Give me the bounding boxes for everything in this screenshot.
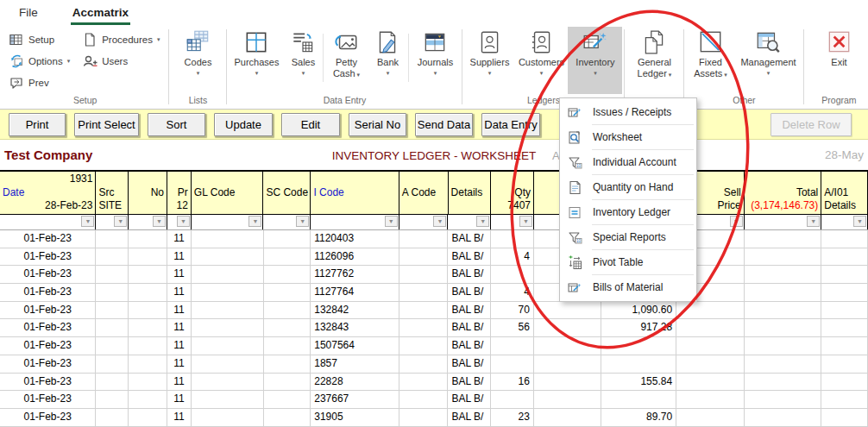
cell-no[interactable] xyxy=(129,374,167,391)
cell-details[interactable]: BAL B/ xyxy=(448,248,491,266)
cell-acode[interactable] xyxy=(399,266,449,283)
print-select-button[interactable]: Print Select xyxy=(74,113,139,136)
cell-sc[interactable] xyxy=(264,230,311,248)
cell-date[interactable]: 01-Feb-23 xyxy=(0,355,96,373)
filter-button-details[interactable]: ▼ xyxy=(476,216,489,227)
edit-button[interactable]: Edit xyxy=(281,113,340,136)
cell-value[interactable]: 155.84 xyxy=(601,374,677,391)
cell-date[interactable]: 01-Feb-23 xyxy=(0,230,96,248)
send-data-button[interactable]: Send Data xyxy=(415,113,473,136)
cell-pr[interactable]: 11 xyxy=(167,409,192,426)
cell-date[interactable]: 01-Feb-23 xyxy=(0,337,96,355)
cell-icode[interactable]: 237667 xyxy=(311,391,399,408)
cell-acode[interactable] xyxy=(399,337,449,355)
cell-src[interactable] xyxy=(96,248,129,266)
cell-src[interactable] xyxy=(96,409,129,426)
cell-pr[interactable]: 11 xyxy=(167,302,192,319)
cell-details[interactable]: BAL B/ xyxy=(448,230,491,248)
cell-src[interactable] xyxy=(96,284,129,301)
cell-gl[interactable] xyxy=(192,284,264,301)
cell-sc[interactable] xyxy=(264,248,311,266)
cell-acode[interactable] xyxy=(399,248,449,266)
cell-pr[interactable]: 11 xyxy=(167,248,192,266)
cell-no[interactable] xyxy=(129,391,167,408)
cell-gl[interactable] xyxy=(192,266,264,283)
cell-ai01[interactable] xyxy=(821,374,868,391)
cell-details[interactable]: BAL B/ xyxy=(448,337,491,355)
cell-total[interactable] xyxy=(745,230,822,248)
cell-pr[interactable]: 11 xyxy=(167,319,192,336)
cell-acode[interactable] xyxy=(399,302,449,319)
fixed-assets-button[interactable]: FixedAssets ▾ xyxy=(686,27,734,94)
cell-icode[interactable]: 1507564 xyxy=(311,337,399,355)
cell-ai01[interactable] xyxy=(821,248,868,266)
cell-date[interactable]: 01-Feb-23 xyxy=(0,248,96,266)
filter-button-gl[interactable]: ▼ xyxy=(248,216,261,227)
cell-qty[interactable]: 4 xyxy=(491,284,534,301)
procedures-button[interactable]: Procedures ▾ xyxy=(79,28,163,50)
print-button[interactable]: Print xyxy=(9,113,66,136)
cell-icode[interactable]: 31905 xyxy=(311,409,399,426)
cell-no[interactable] xyxy=(129,319,167,336)
codes-button[interactable]: Codes▾ xyxy=(171,27,224,94)
cell-date[interactable]: 01-Feb-23 xyxy=(0,409,96,426)
cell-sell[interactable] xyxy=(676,355,745,373)
cell-qty[interactable]: 16 xyxy=(491,374,534,391)
filter-button-pr[interactable]: ▼ xyxy=(177,216,190,227)
cell-hid1[interactable] xyxy=(534,337,601,355)
cell-pr[interactable]: 11 xyxy=(167,391,192,408)
update-button[interactable]: Update xyxy=(214,113,273,136)
cell-qty[interactable]: 4 xyxy=(491,248,534,266)
filter-button-ai01[interactable]: ▼ xyxy=(853,216,866,227)
cell-gl[interactable] xyxy=(192,374,264,391)
cell-pr[interactable]: 11 xyxy=(167,337,192,355)
cell-date[interactable]: 01-Feb-23 xyxy=(0,391,96,408)
prev-button[interactable]: Prev xyxy=(5,72,73,93)
cell-acode[interactable] xyxy=(399,409,449,426)
cell-acode[interactable] xyxy=(399,284,449,301)
menu-item-bills-of-material[interactable]: Bills of Material xyxy=(560,276,696,298)
cell-total[interactable] xyxy=(745,266,822,283)
cell-sell[interactable] xyxy=(676,374,745,391)
users-button[interactable]: Users xyxy=(79,50,163,72)
cell-ai01[interactable] xyxy=(821,319,868,336)
cell-value[interactable] xyxy=(601,355,677,373)
cell-ai01[interactable] xyxy=(821,266,868,283)
menu-item-inventory-ledger[interactable]: Inventory Ledger xyxy=(560,201,696,223)
cell-value[interactable]: 1,090.60 xyxy=(601,302,677,319)
sort-button[interactable]: Sort xyxy=(148,113,205,136)
cell-src[interactable] xyxy=(96,266,129,283)
cell-value[interactable] xyxy=(601,391,677,408)
cell-hid1[interactable] xyxy=(534,302,601,319)
cell-hid1[interactable] xyxy=(534,374,601,391)
cell-no[interactable] xyxy=(129,230,167,248)
cell-src[interactable] xyxy=(96,302,129,319)
cell-qty[interactable] xyxy=(491,266,534,283)
menu-item-special-reports[interactable]: 10Special Reports xyxy=(560,226,696,248)
cell-qty[interactable] xyxy=(491,355,534,373)
filter-button-date[interactable]: ▼ xyxy=(81,216,94,227)
inventory-button[interactable]: Inventory▾ xyxy=(568,27,622,94)
customers-button[interactable]: Customers▾ xyxy=(514,27,568,94)
serial-no-button[interactable]: Serial No xyxy=(349,113,406,136)
cell-qty[interactable] xyxy=(491,391,534,408)
tab-file[interactable]: File xyxy=(17,6,40,25)
cell-date[interactable]: 01-Feb-23 xyxy=(0,374,96,391)
cell-sell[interactable] xyxy=(676,391,745,408)
cell-acode[interactable] xyxy=(399,374,449,391)
cell-icode[interactable]: 1127764 xyxy=(311,284,399,301)
general-ledger-button[interactable]: GeneralLedger ▾ xyxy=(626,27,682,94)
cell-acode[interactable] xyxy=(399,355,449,373)
cell-value[interactable]: 89.70 xyxy=(601,409,677,426)
cell-details[interactable]: BAL B/ xyxy=(448,319,491,336)
cell-sell[interactable] xyxy=(676,337,745,355)
cell-ai01[interactable] xyxy=(821,230,868,248)
cell-details[interactable]: BAL B/ xyxy=(448,374,491,391)
filter-button-total[interactable]: ▼ xyxy=(807,216,820,227)
cell-gl[interactable] xyxy=(192,248,264,266)
cell-sc[interactable] xyxy=(264,302,311,319)
filter-button-no[interactable]: ▼ xyxy=(153,216,166,227)
suppliers-button[interactable]: Suppliers▾ xyxy=(464,27,514,94)
cell-gl[interactable] xyxy=(192,391,264,408)
petty-cash-button[interactable]: PettyCash ▾ xyxy=(324,27,368,94)
